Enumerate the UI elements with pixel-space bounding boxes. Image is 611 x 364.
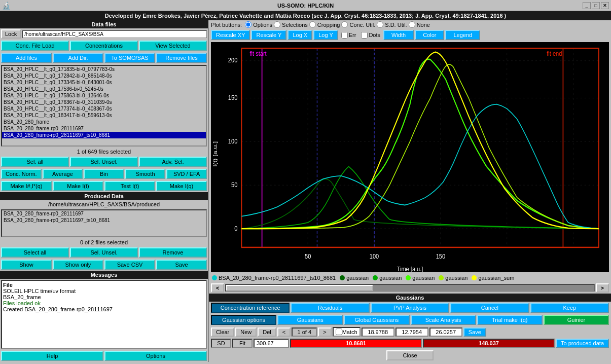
radio-sd-util-input[interactable] (377, 21, 383, 28)
residuals-tab[interactable]: Residuals (291, 303, 369, 313)
view-selected-button[interactable]: View Selected (139, 41, 207, 51)
radio-none-label[interactable]: None (417, 22, 430, 28)
produced-item[interactable]: BSA_20_280_frame-rp0_28111697_ts10_8681 (2, 217, 206, 224)
show-button[interactable]: Show (1, 260, 52, 270)
smooth-button[interactable]: Smooth (125, 169, 166, 179)
produced-file-list[interactable]: BSA_20_280_frame-rp0_28111697 BSA_20_280… (1, 209, 207, 237)
concentration-ref-tab[interactable]: Concentration reference (211, 303, 290, 313)
list-item[interactable]: BSA_20_HPLC__lt_q0_172842-bi-0_885148-0s (2, 72, 206, 79)
val1-input[interactable]: 18.9788 (362, 327, 394, 337)
make-iq-button[interactable]: Make I(q) (156, 181, 207, 191)
list-item[interactable]: BSA_20_HPLC__lt_q0_173345-bi-0_843001-0s (2, 79, 206, 86)
remove-files-button[interactable]: Remove files (156, 53, 207, 63)
save-button[interactable]: Save (156, 260, 207, 270)
list-item[interactable]: BSA_20_HPLC__lt_q0_175863-bi-0_13646-0s (2, 92, 206, 99)
match-checkbox-group[interactable]: Match (333, 327, 361, 337)
gaussian-options-tab[interactable]: Gaussian options (211, 315, 276, 325)
val3-input[interactable]: 26.0257 (429, 327, 462, 337)
dots-checkbox[interactable] (361, 32, 368, 39)
test-it-button[interactable]: Test I(t) (104, 181, 155, 191)
color-button[interactable]: Color (415, 30, 444, 40)
scroll-thumb[interactable] (226, 285, 373, 291)
match-checkbox[interactable] (336, 329, 342, 335)
svd-efa-button[interactable]: SVD / EFA (166, 169, 207, 179)
prev-gaussian-button[interactable]: < (277, 327, 291, 337)
gaussian-save-button[interactable]: Save (463, 327, 486, 337)
radio-cropping-label[interactable]: Cropping (317, 22, 340, 28)
del-button[interactable]: Del (258, 327, 276, 337)
list-item-selected[interactable]: BSA_20_280_frame-rp0_28111697_ts10_8681 (2, 132, 206, 138)
minimize-btn[interactable]: _ (583, 2, 591, 9)
clear-button[interactable]: Clear (211, 327, 234, 337)
keep-tab[interactable]: Keep (530, 303, 609, 313)
select-all-button[interactable]: Select all (1, 247, 69, 258)
scale-analysis-tab[interactable]: Scale Analysis (411, 315, 476, 325)
options-button[interactable]: Options (104, 351, 207, 361)
produced-item[interactable]: BSA_20_280_frame-rp0_28111697 (2, 210, 206, 217)
scroll-next-button[interactable]: > (596, 283, 609, 293)
match-label[interactable]: Match (342, 329, 357, 335)
file-list[interactable]: BSA_20_HPLC__lt_q0_171835-bi-0_0797783-0… (1, 65, 207, 147)
global-gaussians-tab[interactable]: Global Gaussians (344, 315, 409, 325)
concentrations-button[interactable]: Concentrations (70, 41, 138, 51)
scroll-prev-button[interactable]: < (211, 283, 224, 293)
val2-input[interactable]: 12.7954 (396, 327, 428, 337)
conc-file-load-button[interactable]: Conc. File Load (1, 41, 69, 51)
list-item[interactable]: BSA_20_HPLC__lt_q0_171835-bi-0_0797783-0… (2, 66, 206, 72)
adv-sel-button[interactable]: Adv. Sel. (139, 157, 207, 167)
gaussians-tab[interactable]: Gaussians (277, 315, 343, 325)
help-button[interactable]: Help (1, 351, 103, 361)
window-controls[interactable]: _ □ ✕ (583, 2, 609, 9)
trial-make-iq-tab[interactable]: Trial make I(q) (477, 315, 543, 325)
err-checkbox[interactable] (341, 32, 348, 39)
conc-norm-button[interactable]: Conc. Norm. (1, 169, 42, 179)
radio-options-label[interactable]: Options (253, 22, 272, 28)
cancel-tab[interactable]: Cancel (450, 303, 529, 313)
close-button[interactable]: Close (386, 350, 433, 360)
radio-selections-input[interactable] (274, 21, 280, 28)
remove-button[interactable]: Remove (139, 247, 207, 258)
radio-conc-util-label[interactable]: Conc. Util. (349, 22, 375, 28)
lock-button[interactable]: Lock (1, 29, 21, 39)
add-dir-button[interactable]: Add Dir. (53, 53, 103, 63)
save-csv-button[interactable]: Save CSV (104, 260, 155, 270)
radio-conc-util-input[interactable] (341, 21, 348, 28)
dots-label[interactable]: Dots (369, 32, 380, 38)
list-item[interactable]: BSA_20_HPLC__lt_q0_177374-bi-0_408367-0s (2, 105, 206, 112)
radio-none-input[interactable] (409, 21, 415, 28)
list-item[interactable]: BSA_20_280_frame-rp0_28111697 (2, 125, 206, 132)
list-item[interactable]: BSA_20_280_frame (2, 119, 206, 125)
scroll-track[interactable] (225, 284, 594, 292)
rescale-y-button[interactable]: Rescale Y (251, 30, 286, 40)
add-files-button[interactable]: Add files (1, 53, 52, 63)
sel-unsel-button[interactable]: Sel. Unsel. (70, 157, 138, 167)
rescale-xy-button[interactable]: Rescale XY (211, 30, 250, 40)
legend-button[interactable]: Legend (445, 30, 480, 40)
to-produced-button[interactable]: To produced data (556, 339, 609, 348)
make-it-button[interactable]: Make I(t) (53, 181, 103, 191)
chart-area[interactable]: 200 150 100 50 0 50 100 150 Time [a.u.] … (211, 42, 609, 272)
to-somo-sas-button[interactable]: To SOMO/SAS (104, 53, 155, 63)
guinier-tab[interactable]: Guinier (544, 315, 609, 325)
log-y-button[interactable]: Log Y (313, 30, 338, 40)
close-btn-win[interactable]: ✕ (601, 2, 609, 9)
average-button[interactable]: Average (43, 169, 83, 179)
make-ht-button[interactable]: Make I#,I*(q) (1, 181, 52, 191)
list-item[interactable]: BSA_20_HPLC__lt_q0_17536-bi-0_5245-0s (2, 86, 206, 92)
show-only-button[interactable]: Show only (53, 260, 103, 270)
maximize-btn[interactable]: □ (592, 2, 600, 9)
bin-button[interactable]: Bin (84, 169, 124, 179)
radio-sd-util-label[interactable]: S.D. Util. (385, 22, 407, 28)
log-x-button[interactable]: Log X (287, 30, 312, 40)
next-gaussian-button[interactable]: > (318, 327, 331, 337)
width-button[interactable]: Width (383, 30, 414, 40)
radio-selections-label[interactable]: Selections (282, 22, 308, 28)
pvp-analysis-tab[interactable]: PVP Analysis (371, 303, 449, 313)
err-label[interactable]: Err (349, 32, 356, 38)
sel-unsel2-button[interactable]: Sel. Unsel. (70, 247, 138, 258)
sel-all-button[interactable]: Sel. all (1, 157, 69, 167)
radio-cropping-input[interactable] (309, 21, 316, 28)
radio-options-input[interactable] (245, 21, 251, 28)
list-item[interactable]: BSA_20_HPLC__lt_q0_176367-bi-0_311039-0s (2, 99, 206, 105)
list-item[interactable]: BSA_20_HPLC__lt_q0_183417-bi-0_559613-0s (2, 112, 206, 119)
